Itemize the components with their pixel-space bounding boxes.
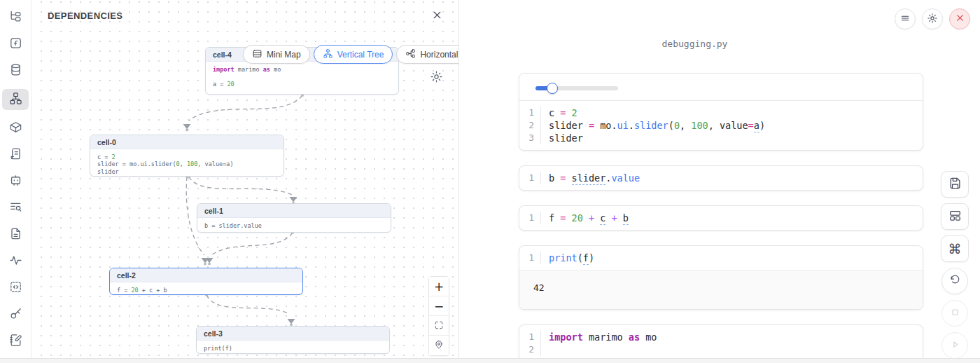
cell-output-area bbox=[519, 74, 923, 100]
notebook-cell-cell-1[interactable]: 1b = slider.value bbox=[519, 165, 923, 191]
app-root: cell-4import marimo as mo a = 20cell-0c … bbox=[0, 0, 980, 363]
code-editor[interactable]: 1f = 20 + c + b bbox=[519, 206, 923, 230]
stop-icon bbox=[949, 306, 961, 320]
graph-node-code: print(f) bbox=[197, 341, 389, 354]
function-square-icon bbox=[9, 36, 22, 53]
notebook-cell-cell-4[interactable]: 1import marimo as mo2 bbox=[519, 324, 923, 358]
graph-node-title: cell-0 bbox=[90, 135, 284, 149]
command-palette-button[interactable]: ⌘ bbox=[941, 235, 969, 262]
snippets-icon bbox=[9, 280, 22, 296]
graph-settings-button[interactable] bbox=[430, 70, 443, 85]
graph-edge-cell-2-to-cell-3 bbox=[206, 295, 290, 314]
stop-button[interactable] bbox=[941, 300, 968, 327]
panel-title: DEPENDENCIES bbox=[48, 11, 122, 21]
notebook-cell-cell-0[interactable]: 1c = 22slider = mo.ui.slider(0, 100, val… bbox=[519, 73, 923, 151]
graph-node-cell-3[interactable]: cell-3print(f) bbox=[196, 326, 390, 354]
vertical-tree-icon bbox=[323, 48, 333, 61]
line-number: 1 bbox=[519, 212, 540, 224]
notebook-cells: 1c = 22slider = mo.ui.slider(0, 100, val… bbox=[519, 73, 923, 358]
code-line: import marimo as mo bbox=[540, 331, 923, 343]
close-icon bbox=[431, 9, 443, 23]
graph-node-cell-2[interactable]: cell-2f = 20 + c + b bbox=[109, 268, 303, 295]
code-editor[interactable]: 1print(f) bbox=[519, 246, 923, 270]
horizontal-tree-icon bbox=[405, 48, 416, 61]
code-line: c = 2 bbox=[540, 107, 923, 119]
notebook-pen-icon bbox=[9, 334, 22, 350]
sidebar-item-chat[interactable] bbox=[2, 173, 29, 190]
vertical-tree-button[interactable]: Vertical Tree bbox=[314, 45, 393, 64]
sidebar-item-scratchpad[interactable] bbox=[2, 333, 29, 350]
horizontal-tree-button[interactable]: Horizontal Tree bbox=[396, 45, 459, 64]
edge-arrow-icon bbox=[288, 319, 295, 324]
code-editor[interactable]: 1c = 22slider = mo.ui.slider(0, 100, val… bbox=[519, 100, 923, 150]
line-number: 1 bbox=[519, 331, 540, 343]
sidebar-item-search-logs[interactable] bbox=[2, 200, 29, 217]
code-line: slider = mo.ui.slider(0, 100, value=a) bbox=[540, 119, 923, 132]
run-all-button[interactable] bbox=[941, 332, 968, 358]
zoom-in-button[interactable]: + bbox=[429, 277, 449, 296]
edge-connector-dot bbox=[186, 129, 188, 132]
edge-arrow-icon bbox=[183, 124, 191, 130]
line-number: 3 bbox=[519, 132, 540, 144]
undo-button[interactable] bbox=[941, 268, 968, 294]
chat-bot-icon bbox=[9, 174, 22, 190]
line-number: 2 bbox=[519, 343, 540, 356]
code-line: f = 20 + c + b bbox=[540, 212, 923, 224]
file-text-icon bbox=[9, 227, 22, 243]
maximize-icon bbox=[434, 319, 444, 333]
notebook-cell-cell-2[interactable]: 1f = 20 + c + b bbox=[519, 205, 923, 231]
notebook-cell-cell-3[interactable]: 1print(f)42 bbox=[519, 245, 923, 310]
sidebar-item-datasources[interactable] bbox=[2, 62, 29, 79]
minus-icon: − bbox=[434, 299, 444, 313]
fit-view-button[interactable] bbox=[429, 316, 449, 336]
sidebar-item-dependencies[interactable] bbox=[2, 89, 29, 110]
mini-map-button[interactable]: Mini Map bbox=[243, 45, 310, 64]
graph-node-cell-1[interactable]: cell-1b = slider.value bbox=[197, 203, 391, 233]
slider-control[interactable] bbox=[536, 86, 618, 90]
notebook-main: debugging.py 1c = 22slider = mo.ui.slide… bbox=[460, 0, 980, 358]
sidebar-item-packages[interactable] bbox=[2, 120, 29, 137]
icon-sidebar bbox=[0, 0, 31, 358]
code-editor[interactable]: 1import marimo as mo2 bbox=[519, 325, 923, 358]
plus-icon: + bbox=[434, 280, 444, 294]
shutdown-button[interactable] bbox=[949, 8, 970, 29]
gear-icon bbox=[430, 70, 443, 85]
graph-node-cell-0[interactable]: cell-0c = 2slider = mo.ui.slider(0, 100,… bbox=[90, 135, 284, 177]
locate-node-button[interactable] bbox=[429, 336, 449, 355]
zoom-controls: + − bbox=[428, 276, 449, 356]
line-number: 2 bbox=[519, 119, 540, 132]
zoom-out-button[interactable]: − bbox=[429, 296, 449, 316]
file-tree-icon bbox=[9, 10, 22, 26]
sidebar-item-explorer[interactable] bbox=[2, 9, 29, 26]
shutdown-x-icon bbox=[955, 13, 965, 25]
sidebar-item-logs[interactable] bbox=[2, 146, 29, 163]
sidebar-item-secrets[interactable] bbox=[2, 306, 29, 323]
graph-edge-cell-4-to-cell-0 bbox=[189, 95, 302, 121]
key-icon bbox=[9, 307, 22, 323]
save-button[interactable] bbox=[941, 171, 969, 198]
line-number: 1 bbox=[519, 107, 540, 119]
panel-header: DEPENDENCIES bbox=[32, 0, 458, 32]
edge-arrow-icon bbox=[290, 197, 298, 203]
sidebar-item-documentation[interactable] bbox=[2, 226, 29, 243]
code-editor[interactable]: 1b = slider.value bbox=[519, 166, 923, 190]
layout-button[interactable] bbox=[941, 203, 969, 230]
undo-icon bbox=[949, 274, 961, 288]
graph-node-code: b = slider.value bbox=[197, 218, 391, 233]
layout-icon bbox=[948, 209, 962, 224]
action-rail: ⌘ bbox=[941, 171, 969, 358]
dependencies-panel: cell-4import marimo as mo a = 20cell-0c … bbox=[32, 0, 459, 358]
sidebar-item-snippets[interactable] bbox=[2, 280, 29, 296]
map-pin-icon bbox=[434, 338, 444, 352]
panel-close-button[interactable] bbox=[431, 9, 443, 23]
database-icon bbox=[9, 63, 22, 79]
graph-node-title: cell-2 bbox=[110, 268, 302, 282]
notebook-menu-button[interactable] bbox=[895, 8, 916, 29]
code-line bbox=[540, 343, 923, 356]
search-list-icon bbox=[9, 200, 22, 217]
slider-thumb[interactable] bbox=[547, 83, 558, 94]
notebook-settings-button[interactable] bbox=[922, 8, 943, 29]
graph-node-title: cell-1 bbox=[197, 204, 391, 218]
sidebar-item-variables[interactable] bbox=[2, 36, 29, 53]
sidebar-item-tracing[interactable] bbox=[2, 253, 29, 270]
